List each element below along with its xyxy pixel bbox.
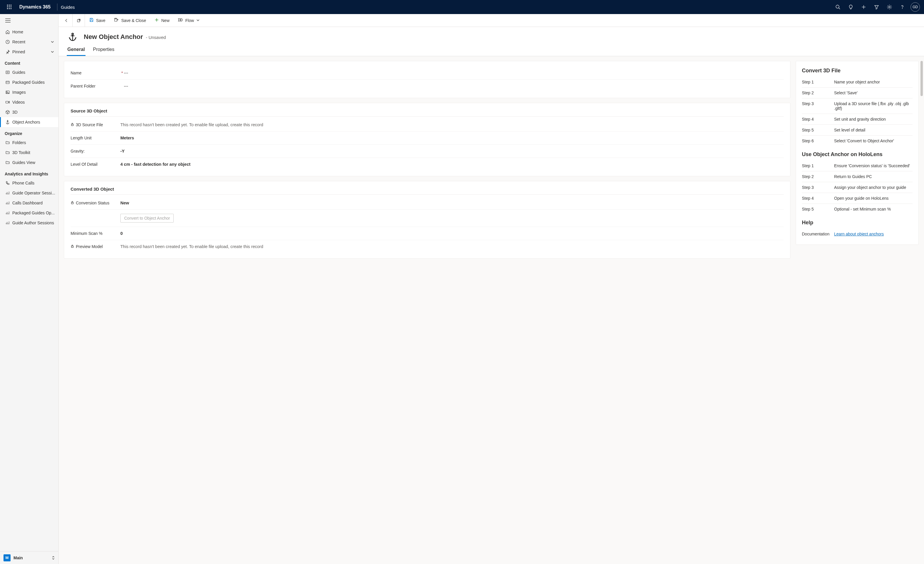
svg-rect-4 (9, 6, 10, 8)
add-button[interactable] (857, 0, 870, 14)
lod-select[interactable]: 4 cm - fast detection for any object (120, 162, 784, 166)
nav-recent[interactable]: Recent (0, 37, 58, 47)
gravity-select[interactable]: -Y (120, 149, 784, 153)
back-button[interactable] (60, 14, 73, 27)
group-analytics: Analytics and Insights (0, 168, 58, 178)
flow-button[interactable]: Flow (174, 14, 204, 27)
name-input[interactable]: --- (124, 70, 784, 75)
field-label: Gravity: (70, 149, 85, 153)
save-icon (89, 18, 94, 23)
nav-folders[interactable]: Folders (0, 138, 58, 148)
nav-packaged-guides-op[interactable]: Packaged Guides Op... (0, 208, 58, 218)
help-heading: Help (802, 220, 913, 226)
svg-rect-3 (7, 6, 8, 8)
nav-label: 3D (12, 110, 56, 114)
nav-label: Object Anchors (12, 120, 56, 124)
new-button[interactable]: New (150, 14, 174, 27)
svg-point-28 (7, 120, 8, 121)
scrollbar[interactable] (920, 15, 923, 563)
nav-videos[interactable]: Videos (0, 97, 58, 107)
save-close-button[interactable]: Save & Close (110, 14, 150, 27)
cube-icon (5, 110, 12, 114)
svg-rect-50 (115, 18, 116, 19)
area-badge: M (3, 554, 10, 561)
nav-3d-toolkit[interactable]: 3D Toolkit (0, 148, 58, 158)
svg-rect-8 (10, 8, 11, 9)
app-launcher-button[interactable] (2, 0, 16, 14)
preview-model-field: This record hasn't been created yet. To … (120, 244, 784, 249)
field-label: Length Unit (70, 136, 92, 140)
chevron-down-icon (51, 40, 56, 44)
tab-properties[interactable]: Properties (93, 47, 115, 56)
list-icon (5, 70, 12, 75)
area-switcher[interactable]: M Main (0, 551, 58, 564)
nav-phone-calls[interactable]: Phone Calls (0, 178, 58, 188)
section-heading: Converted 3D Object (70, 186, 784, 195)
sidebar-toggle[interactable] (0, 14, 58, 27)
svg-rect-6 (7, 8, 8, 9)
parent-folder-lookup[interactable]: --- (124, 84, 784, 88)
scrollbar-thumb[interactable] (921, 61, 923, 96)
step-num: Step 5 (802, 207, 834, 212)
form-tabs: General Properties (58, 43, 924, 56)
field-label: Minimum Scan % (70, 231, 102, 236)
open-new-window-button[interactable] (73, 14, 85, 27)
nav-label: Guides (12, 70, 56, 75)
nav-guides-view[interactable]: Guides View (0, 158, 58, 168)
nav-object-anchors[interactable]: Object Anchors (0, 117, 58, 127)
record-status: - Unsaved (146, 35, 166, 40)
nav-pinned[interactable]: Pinned (0, 47, 58, 57)
tab-general[interactable]: General (67, 47, 86, 56)
length-unit-select[interactable]: Meters (120, 136, 784, 140)
save-button[interactable]: Save (85, 14, 110, 27)
nav-calls-dashboard[interactable]: Calls Dashboard (0, 198, 58, 208)
anchor-icon (67, 31, 78, 43)
nav-guides[interactable]: Guides (0, 68, 58, 77)
svg-rect-49 (90, 20, 92, 22)
step-desc: Open your guide on HoloLens (834, 196, 913, 201)
min-scan-input[interactable]: 0 (120, 231, 784, 236)
cmd-label: New (161, 18, 170, 23)
step-num: Step 3 (802, 185, 834, 190)
brand-label[interactable]: Dynamics 365 (16, 4, 54, 10)
step-desc: Select 'Convert to Object Anchor' (834, 138, 913, 143)
convert-button: Convert to Object Anchor (120, 214, 174, 222)
step-num: Step 5 (802, 128, 834, 132)
user-avatar[interactable]: GD (910, 2, 920, 12)
insights-button[interactable] (844, 0, 857, 14)
video-icon (5, 100, 12, 105)
search-button[interactable] (831, 0, 844, 14)
cmd-label: Save (96, 18, 105, 23)
conversion-status-value: New (120, 201, 784, 205)
nav-label: Recent (12, 39, 51, 44)
nav-label: Packaged Guides Op... (12, 210, 56, 215)
step-num: Step 4 (802, 196, 834, 201)
package-icon (5, 80, 12, 85)
filter-button[interactable] (870, 0, 883, 14)
step-num: Step 2 (802, 90, 834, 95)
nav-guide-operator-sessions[interactable]: Guide Operator Sessi... (0, 188, 58, 198)
svg-rect-2 (10, 4, 11, 6)
folder-icon (5, 140, 12, 145)
nav-guide-author-sessions[interactable]: Guide Author Sessions (0, 218, 58, 228)
main-area: Save Save & Close New Flow New Object (58, 14, 924, 564)
step-desc: Ensure 'Conversion status' is 'Succeeded… (834, 164, 913, 168)
save-close-icon (114, 18, 119, 23)
image-icon (5, 90, 12, 94)
required-indicator: * (120, 70, 124, 75)
nav-label: Packaged Guides (12, 80, 56, 85)
help-panel: Convert 3D File Step 1Name your object a… (796, 61, 919, 245)
sidebar: Home Recent Pinned Content Guides Packag… (0, 14, 58, 564)
svg-rect-56 (72, 124, 74, 126)
settings-button[interactable] (883, 0, 896, 14)
section-source-3d: Source 3D Object 3D Source File This rec… (64, 103, 790, 176)
nav-packaged-guides[interactable]: Packaged Guides (0, 77, 58, 87)
help-button[interactable] (896, 0, 909, 14)
docs-link[interactable]: Learn about object anchors (834, 232, 884, 236)
nav-3d[interactable]: 3D (0, 107, 58, 117)
app-name[interactable]: Guides (61, 4, 75, 10)
step-desc: Name your object anchor (834, 80, 913, 84)
nav-home[interactable]: Home (0, 27, 58, 37)
form-content: Name * --- Parent Folder --- Source 3D O… (58, 56, 924, 564)
nav-images[interactable]: Images (0, 87, 58, 97)
